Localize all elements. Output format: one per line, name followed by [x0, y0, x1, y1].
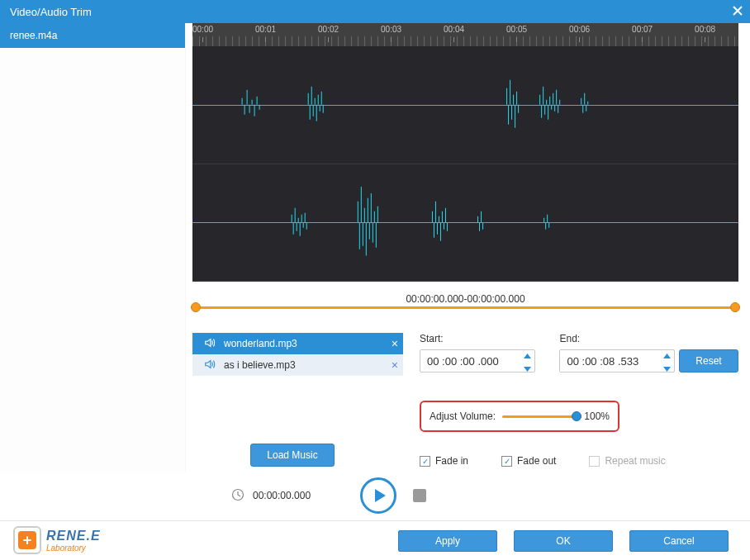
- apply-button[interactable]: Apply: [398, 530, 497, 552]
- remove-music-icon[interactable]: ×: [392, 337, 398, 350]
- music-list: wonderland.mp3 × as i believe.mp3 × Load…: [192, 333, 403, 467]
- start-time-input[interactable]: 00 :00 :00 .000: [420, 349, 535, 373]
- sidebar-file-label: renee.m4a: [10, 30, 57, 41]
- trim-range-bar: 00:00:00.000-00:00:00.000: [192, 282, 738, 310]
- play-button[interactable]: [360, 477, 396, 514]
- window-title: Video/Audio Trim: [10, 6, 92, 18]
- music-item-label: wonderland.mp3: [224, 338, 297, 349]
- fade-out-checkbox[interactable]: ✓ Fade out: [501, 455, 556, 467]
- spin-down-icon[interactable]: [663, 362, 671, 374]
- load-music-button[interactable]: Load Music: [250, 444, 335, 467]
- playback-time: 00:00:00.000: [253, 490, 311, 501]
- cancel-button[interactable]: Cancel: [629, 530, 729, 552]
- end-label: End:: [559, 333, 691, 344]
- spin-up-icon[interactable]: [663, 349, 671, 361]
- stop-button[interactable]: [413, 489, 426, 502]
- start-label: Start:: [420, 333, 556, 344]
- trim-range-label: 00:00:00.000-00:00:00.000: [192, 293, 738, 305]
- trim-handle-end[interactable]: [730, 302, 740, 312]
- volume-label: Adjust Volume:: [430, 411, 496, 422]
- close-icon[interactable]: [732, 5, 743, 19]
- sidebar-file-item[interactable]: renee.m4a: [0, 23, 185, 48]
- trim-track[interactable]: [196, 306, 735, 309]
- music-item[interactable]: wonderland.mp3 ×: [192, 333, 403, 354]
- music-item[interactable]: as i believe.mp3 ×: [192, 354, 403, 376]
- fade-in-checkbox[interactable]: ✓ Fade in: [420, 455, 468, 467]
- ok-button[interactable]: OK: [514, 530, 613, 552]
- speaker-icon: [204, 337, 216, 351]
- end-time-input[interactable]: 00 :00 :08 .533: [559, 349, 675, 373]
- titlebar: Video/Audio Trim: [0, 0, 750, 23]
- repeat-music-checkbox[interactable]: Repeat music: [589, 455, 665, 467]
- time-ruler: 00:00 00:01 00:02 00:03 00:04 00:05 00:0…: [192, 23, 738, 46]
- volume-handle[interactable]: [572, 411, 581, 421]
- volume-value: 100%: [584, 411, 610, 422]
- spin-up-icon[interactable]: [524, 349, 531, 361]
- adjust-volume-box: Adjust Volume: 100%: [420, 401, 619, 432]
- file-sidebar: renee.m4a: [0, 23, 186, 472]
- clock-icon: [231, 488, 244, 504]
- logo: + RENE.E Laboratory: [13, 526, 101, 554]
- volume-slider[interactable]: [502, 415, 577, 418]
- music-item-label: as i believe.mp3: [224, 359, 296, 371]
- reset-button[interactable]: Reset: [679, 349, 738, 373]
- speaker-icon: [204, 358, 216, 373]
- waveform-display[interactable]: [192, 46, 738, 282]
- footer: + RENE.E Laboratory Apply OK Cancel: [0, 520, 750, 560]
- trim-handle-start[interactable]: [191, 302, 201, 312]
- remove-music-icon[interactable]: ×: [392, 358, 398, 372]
- spin-down-icon[interactable]: [524, 362, 531, 374]
